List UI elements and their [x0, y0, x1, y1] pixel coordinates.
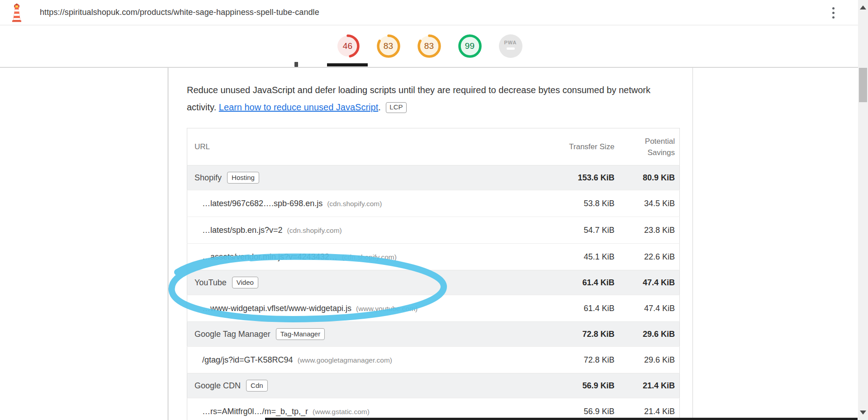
score-gauge-performance[interactable]: 46: [336, 34, 360, 58]
score-value: 46: [336, 34, 360, 58]
cell-potential-savings: 47.4 KiB: [615, 295, 680, 322]
pwa-dash-icon: [507, 47, 515, 50]
url-domain: (cdn.shopify.com): [287, 227, 342, 234]
table-row-url: /gtag/js?id=GT-K58RC94(www.googletagmana…: [187, 347, 680, 373]
entity-name: Google CDN: [194, 381, 241, 390]
cell-url: …assets/vendor.min.js?v=4243432…(cdn.sho…: [187, 244, 546, 270]
cell-transfer-size: 72.8 KiB: [546, 347, 615, 373]
entity-name: Shopify: [194, 173, 222, 182]
page-scrollbar[interactable]: [858, 0, 868, 420]
cell-potential-savings: 23.8 KiB: [615, 217, 680, 244]
score-value: 83: [417, 34, 441, 58]
score-gauge-seo[interactable]: 99: [458, 34, 482, 58]
cell-transfer-size: 54.7 KiB: [546, 217, 615, 244]
url-text: /gtag/js?id=GT-K58RC94: [202, 355, 293, 364]
kebab-menu-button[interactable]: [829, 6, 837, 19]
audit-card: Reduce unused JavaScript and defer loadi…: [168, 68, 693, 420]
cell-potential-savings: 47.4 KiB: [615, 270, 680, 295]
url-text: …assets/vendor.min.js?v=4243432…: [202, 252, 337, 261]
cell-potential-savings: 29.6 KiB: [615, 322, 680, 347]
active-tab-indicator: [327, 63, 368, 66]
cell-url: …rs=AMitfrg0l…/m=_b,_tp,_r(www.gstatic.c…: [187, 398, 546, 420]
category-chip: Hosting: [227, 172, 259, 184]
report-topbar: https://spiritualshopuk.com/products/whi…: [0, 0, 858, 25]
cell-url: …latest/spb.en.js?v=2(cdn.shopify.com): [187, 217, 546, 244]
score-gauge-accessibility[interactable]: 83: [377, 34, 400, 58]
scrollbar-thumb[interactable]: [859, 68, 867, 102]
entity-name: YouTube: [194, 278, 227, 287]
score-value: 83: [377, 34, 400, 58]
cell-url: …www-widgetapi.vflset/www-widgetapi.js(w…: [187, 295, 546, 322]
cell-transfer-size: 61.4 KiB: [546, 295, 615, 322]
audit-description: Reduce unused JavaScript and defer loadi…: [187, 81, 667, 116]
entity-name: Google Tag Manager: [194, 330, 270, 339]
url-domain: (www.youtube.com): [356, 305, 417, 312]
cell-transfer-size: 45.1 KiB: [546, 244, 615, 270]
column-header-potential-savings: Potential Savings: [615, 128, 680, 165]
url-text: …latest/967c682….spb-698.en.js: [202, 199, 323, 208]
cell-potential-savings: 21.4 KiB: [615, 373, 680, 398]
table-header-row: URL Transfer Size Potential Savings: [187, 128, 680, 165]
cell-transfer-size: 56.9 KiB: [546, 398, 615, 420]
cell-url: /gtag/js?id=GT-K58RC94(www.googletagmana…: [187, 347, 546, 373]
cell-url: Google CDNCdn: [187, 373, 546, 398]
cell-transfer-size: 72.8 KiB: [546, 322, 615, 347]
column-header-url: URL: [187, 128, 546, 165]
table-row-group: Google CDNCdn56.9 KiB21.4 KiB: [187, 373, 680, 398]
sentence-period: .: [378, 102, 381, 112]
url-domain: (cdn.shopify.com): [327, 200, 382, 208]
table-row-group: Google Tag ManagerTag-Manager72.8 KiB29.…: [187, 322, 680, 347]
cell-potential-savings: 29.6 KiB: [615, 347, 680, 373]
url-text: …www-widgetapi.vflset/www-widgetapi.js: [202, 304, 351, 313]
unused-js-table: URL Transfer Size Potential Savings Shop…: [187, 128, 680, 420]
table-row-group: ShopifyHosting153.6 KiB80.9 KiB: [187, 165, 680, 190]
score-gauge-best-practices[interactable]: 83: [417, 34, 441, 58]
table-row-url: …www-widgetapi.vflset/www-widgetapi.js(w…: [187, 295, 680, 322]
cell-potential-savings: 21.4 KiB: [615, 398, 680, 420]
report-url-link[interactable]: https://spiritualshopuk.com/products/whi…: [40, 8, 319, 17]
table-body: ShopifyHosting153.6 KiB80.9 KiB…latest/9…: [187, 165, 680, 420]
category-chip: Cdn: [246, 380, 268, 392]
cell-potential-savings: 22.6 KiB: [615, 244, 680, 270]
cell-url: YouTubeVideo: [187, 270, 546, 295]
lighthouse-logo-icon: [9, 3, 24, 22]
table-row-url: …assets/vendor.min.js?v=4243432…(cdn.sho…: [187, 244, 680, 270]
scrollbar-down-arrow[interactable]: [860, 411, 866, 415]
url-text: …latest/spb.en.js?v=2: [202, 226, 283, 235]
cell-url: ShopifyHosting: [187, 165, 546, 190]
column-header-transfer-size: Transfer Size: [546, 128, 615, 165]
cell-potential-savings: 34.5 KiB: [615, 190, 680, 217]
pwa-badge[interactable]: PWA: [499, 34, 522, 58]
learn-more-link[interactable]: Learn how to reduce unused JavaScript: [219, 102, 378, 112]
pwa-label: PWA: [499, 40, 522, 45]
window-edge-strip: [265, 418, 858, 420]
category-chip: Video: [232, 277, 258, 288]
cell-transfer-size: 53.8 KiB: [546, 190, 615, 217]
table-row-url: …latest/967c682….spb-698.en.js(cdn.shopi…: [187, 190, 680, 217]
cell-transfer-size: 153.6 KiB: [546, 165, 615, 190]
scrollbar-up-arrow[interactable]: [860, 5, 866, 9]
score-value: 99: [458, 34, 482, 58]
table-row-url: …rs=AMitfrg0l…/m=_b,_tp,_r(www.gstatic.c…: [187, 398, 680, 420]
url-text: …rs=AMitfrg0l…/m=_b,_tp,_r: [202, 407, 308, 416]
cell-url: Google Tag ManagerTag-Manager: [187, 322, 546, 347]
url-domain: (www.googletagmanager.com): [298, 356, 392, 364]
cell-transfer-size: 56.9 KiB: [546, 373, 615, 398]
url-domain: (cdn.shopify.com): [342, 253, 397, 261]
cell-url: …latest/967c682….spb-698.en.js(cdn.shopi…: [187, 190, 546, 217]
table-row-url: …latest/spb.en.js?v=2(cdn.shopify.com)54…: [187, 217, 680, 244]
url-domain: (www.gstatic.com): [313, 408, 370, 415]
clipped-text-sliver: [294, 62, 298, 67]
cell-potential-savings: 80.9 KiB: [615, 165, 680, 190]
lcp-badge: LCP: [386, 102, 406, 113]
cell-transfer-size: 61.4 KiB: [546, 270, 615, 295]
score-gauges: 46838399PWA: [0, 25, 858, 68]
table-row-group: YouTubeVideo61.4 KiB47.4 KiB: [187, 270, 680, 295]
category-chip: Tag-Manager: [276, 328, 325, 340]
